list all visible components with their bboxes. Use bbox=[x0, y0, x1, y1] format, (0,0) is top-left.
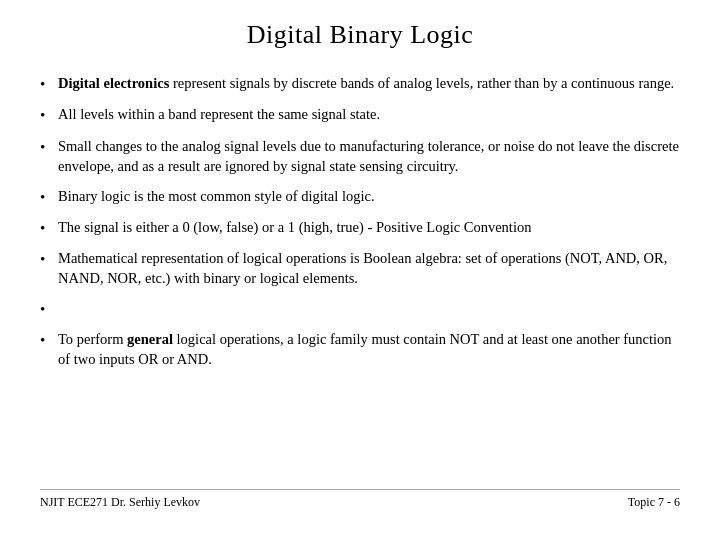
bullet-dot: • bbox=[40, 217, 58, 238]
list-item: • Digital electronics represent signals … bbox=[40, 68, 680, 99]
bullet-text-4: Binary logic is the most common style of… bbox=[58, 186, 375, 206]
list-item: • Binary logic is the most common style … bbox=[40, 181, 680, 212]
bullet-text-2: All levels within a band represent the s… bbox=[58, 104, 380, 124]
list-item: • bbox=[40, 293, 680, 324]
bullet-dot: • bbox=[40, 73, 58, 94]
bullet-text-7 bbox=[58, 298, 62, 318]
list-item: • All levels within a band represent the… bbox=[40, 99, 680, 130]
bullet-dot: • bbox=[40, 186, 58, 207]
bullet-dot: • bbox=[40, 298, 58, 319]
slide-container: Digital Binary Logic • Digital electroni… bbox=[0, 0, 720, 540]
footer-right: Topic 7 - 6 bbox=[628, 495, 680, 510]
list-item: • Mathematical representation of logical… bbox=[40, 243, 680, 293]
list-item: • Small changes to the analog signal lev… bbox=[40, 131, 680, 181]
list-item: • The signal is either a 0 (low, false) … bbox=[40, 212, 680, 243]
bullet-dot: • bbox=[40, 329, 58, 350]
bullet-dot: • bbox=[40, 104, 58, 125]
slide-title: Digital Binary Logic bbox=[40, 20, 680, 50]
bold-span: Digital electronics bbox=[58, 75, 169, 91]
footer-left: NJIT ECE271 Dr. Serhiy Levkov bbox=[40, 495, 200, 510]
slide-footer: NJIT ECE271 Dr. Serhiy Levkov Topic 7 - … bbox=[40, 489, 680, 510]
bullet-dot: • bbox=[40, 248, 58, 269]
bullet-text-3: Small changes to the analog signal level… bbox=[58, 136, 680, 176]
bullet-text-6: Mathematical representation of logical o… bbox=[58, 248, 680, 288]
bullet-list: • Digital electronics represent signals … bbox=[40, 68, 680, 489]
bold-span: general bbox=[127, 331, 173, 347]
bullet-text-1: Digital electronics represent signals by… bbox=[58, 73, 674, 93]
list-item: • To perform general logical operations,… bbox=[40, 324, 680, 374]
bullet-text-8: To perform general logical operations, a… bbox=[58, 329, 680, 369]
bullet-text-5: The signal is either a 0 (low, false) or… bbox=[58, 217, 531, 237]
bullet-dot: • bbox=[40, 136, 58, 157]
